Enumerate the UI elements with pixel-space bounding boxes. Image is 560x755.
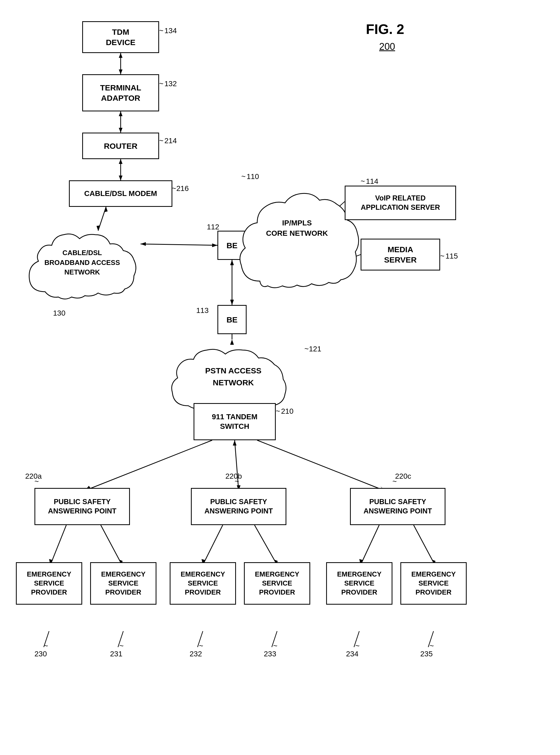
svg-marker-13 xyxy=(212,243,217,247)
ref-210-tilde: ~ xyxy=(276,407,280,416)
ref-234: 234 xyxy=(346,650,359,658)
svg-marker-2 xyxy=(119,69,122,74)
ref-132: 132 xyxy=(164,80,177,88)
svg-line-40 xyxy=(255,525,277,565)
svg-line-44 xyxy=(414,525,435,565)
ref-115-tilde: ~ xyxy=(440,252,444,260)
ref-110-tilde: ~ xyxy=(241,172,245,181)
psap-a-box: PUBLIC SAFETY ANSWERING POINT xyxy=(35,488,130,525)
ref-232: 232 xyxy=(189,650,202,658)
esp-234-box: EMERGENCY SERVICE PROVIDER xyxy=(326,562,393,604)
esp-232-box: EMERGENCY SERVICE PROVIDER xyxy=(170,562,236,604)
terminal-adaptor-box: TERMINAL ADAPTOR xyxy=(82,74,159,112)
ref-230: 230 xyxy=(35,650,47,658)
router-box: ROUTER xyxy=(82,133,159,159)
psap-b-box: PUBLIC SAFETY ANSWERING POINT xyxy=(191,488,286,525)
ref-114: 114 xyxy=(366,177,378,186)
diagram-container: FIG. 2 200 xyxy=(0,0,560,755)
psap-c-box: PUBLIC SAFETY ANSWERING POINT xyxy=(350,488,445,525)
ref-134: 134 xyxy=(164,26,177,35)
svg-marker-4 xyxy=(119,112,122,116)
ref-220b: 220b xyxy=(225,472,242,480)
svg-line-42 xyxy=(361,525,379,565)
svg-marker-30 xyxy=(233,440,237,445)
ref-231-tilde: ~ xyxy=(119,642,124,650)
ref-210: 210 xyxy=(281,407,294,416)
cable-dsl-cloud: CABLE/DSL BROADBAND ACCESS NETWORK xyxy=(24,217,141,307)
tandem-switch-box: 911 TANDEM SWITCH xyxy=(194,403,276,440)
esp-230-box: EMERGENCY SERVICE PROVIDER xyxy=(16,562,82,604)
ref-132-tilde: ~ xyxy=(159,80,163,88)
ref-214: 214 xyxy=(164,137,177,145)
voip-server-box: VoIP RELATED APPLICATION SERVER xyxy=(345,186,456,220)
svg-marker-5 xyxy=(119,128,122,133)
esp-235-box: EMERGENCY SERVICE PROVIDER xyxy=(400,562,467,604)
ref-115: 115 xyxy=(445,252,458,260)
ref-110: 110 xyxy=(246,172,259,181)
ref-112: 112 xyxy=(207,223,219,231)
ref-220c: 220c xyxy=(395,472,411,480)
ref-233-tilde: ~ xyxy=(273,642,277,650)
ref-235: 235 xyxy=(420,650,433,658)
ref-121: 121 xyxy=(309,345,321,353)
ref-230-tilde: ~ xyxy=(44,642,48,650)
svg-marker-10 xyxy=(104,207,108,212)
ref-216-tilde: ~ xyxy=(172,184,176,193)
ref-114-tilde: ~ xyxy=(361,177,365,186)
svg-marker-8 xyxy=(119,176,122,180)
ref-220c-tilde: ~ xyxy=(393,477,397,486)
figure-number: 200 xyxy=(379,41,395,52)
svg-line-27 xyxy=(85,440,212,491)
figure-title: FIG. 2 xyxy=(366,21,404,37)
ref-216: 216 xyxy=(176,184,189,193)
svg-marker-20 xyxy=(230,300,234,305)
ref-234-tilde: ~ xyxy=(355,642,360,650)
tdm-device-box: TDM DEVICE xyxy=(82,21,159,53)
ref-214-tilde: ~ xyxy=(159,137,163,145)
ref-113: 113 xyxy=(196,306,209,315)
ref-231: 231 xyxy=(110,650,122,658)
ref-235-tilde: ~ xyxy=(429,642,434,650)
svg-marker-7 xyxy=(119,159,122,164)
ref-233: 233 xyxy=(264,650,276,658)
ref-220b-tilde: ~ xyxy=(235,477,239,486)
svg-marker-1 xyxy=(119,53,122,58)
ref-121-tilde: ~ xyxy=(304,345,308,353)
ip-mpls-cloud: IP/MPLS CORE NETWORK xyxy=(233,180,361,297)
cable-dsl-modem-box: CABLE/DSL MODEM xyxy=(69,180,172,207)
svg-line-34 xyxy=(51,525,66,565)
ref-130: 130 xyxy=(53,309,65,317)
svg-marker-14 xyxy=(141,242,146,246)
be-113-box: BE xyxy=(217,305,246,334)
ref-232-tilde: ~ xyxy=(199,642,203,650)
svg-line-32 xyxy=(257,440,384,491)
ref-220a-tilde: ~ xyxy=(35,477,39,486)
svg-line-36 xyxy=(101,525,122,565)
esp-231-box: EMERGENCY SERVICE PROVIDER xyxy=(90,562,156,604)
esp-233-box: EMERGENCY SERVICE PROVIDER xyxy=(244,562,310,604)
media-server-box: MEDIA SERVER xyxy=(361,239,440,271)
ref-134-tilde: ~ xyxy=(159,26,163,35)
svg-line-38 xyxy=(203,525,223,565)
ref-220a: 220a xyxy=(25,472,42,480)
svg-line-12 xyxy=(141,244,217,245)
